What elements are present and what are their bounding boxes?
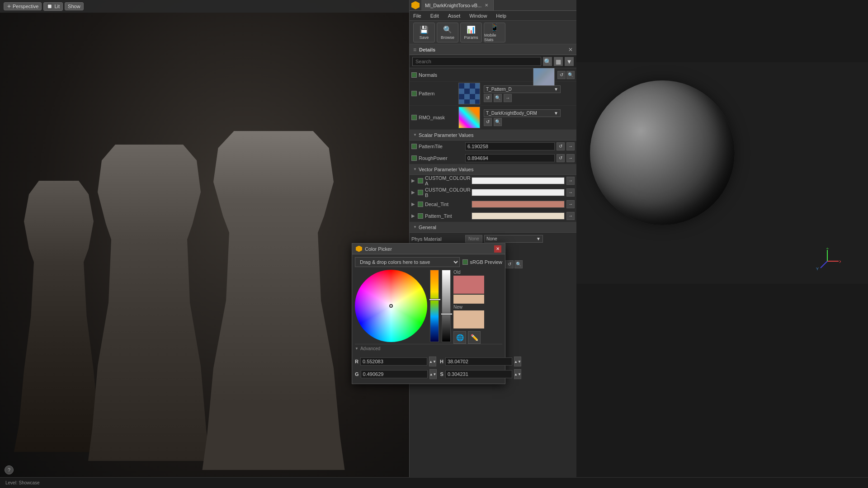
rmo-reset-button[interactable]: ↺ bbox=[484, 118, 492, 126]
pattern-tint-nav[interactable]: → bbox=[566, 212, 575, 220]
decal-tint-checkbox[interactable] bbox=[418, 202, 423, 207]
custom-colour-a-nav[interactable]: → bbox=[566, 177, 575, 185]
cp-advanced-section[interactable]: ▼ Advanced bbox=[355, 344, 502, 353]
rough-power-nav[interactable]: → bbox=[566, 154, 575, 162]
save-button[interactable]: 💾 Save bbox=[413, 23, 435, 42]
g-input[interactable] bbox=[361, 370, 428, 378]
pattern-reset-button[interactable]: ↺ bbox=[484, 94, 492, 102]
picker-button[interactable]: ✏️ bbox=[468, 331, 481, 344]
menu-file[interactable]: File bbox=[411, 12, 423, 19]
scalar-params-header[interactable]: ▼ Scalar Parameter Values bbox=[410, 130, 576, 141]
custom-colour-b-swatch[interactable] bbox=[472, 189, 565, 196]
vector-params-header[interactable]: ▼ Vector Parameter Values bbox=[410, 164, 576, 175]
browse-button[interactable]: 🔍 Browse bbox=[437, 23, 458, 42]
rmo-texture-right: T_DarkKnightBody_ORM ▼ ↺ 🔍 bbox=[484, 109, 575, 126]
pattern-label: Pattern bbox=[419, 91, 455, 96]
material-reset-button[interactable]: ↺ bbox=[505, 260, 514, 268]
search-button[interactable]: 🔍 bbox=[543, 57, 552, 66]
pattern-tile-reset[interactable]: ↺ bbox=[557, 142, 565, 150]
pattern-tint-swatch[interactable] bbox=[472, 212, 565, 220]
g-label: G bbox=[355, 371, 359, 377]
material-action-buttons: ↺ 🔍 bbox=[505, 260, 523, 268]
lit-label: Lit bbox=[54, 4, 60, 9]
custom-colour-b-nav[interactable]: → bbox=[566, 188, 575, 197]
left-viewport[interactable]: Perspective 🔲 Lit Show ? bbox=[0, 0, 409, 488]
rmo-checkbox[interactable] bbox=[411, 115, 417, 120]
brightness-slider[interactable] bbox=[442, 270, 451, 342]
pattern-tint-checkbox[interactable] bbox=[418, 213, 423, 219]
material-sphere bbox=[590, 80, 735, 225]
mobile-stats-icon: 📱 bbox=[490, 23, 499, 32]
s-input[interactable] bbox=[445, 370, 512, 378]
help-button[interactable]: ? bbox=[5, 465, 14, 474]
tab-close-button[interactable]: ✕ bbox=[483, 2, 490, 9]
custom-colour-a-checkbox[interactable] bbox=[418, 178, 423, 183]
general-header[interactable]: ▼ General bbox=[410, 222, 576, 233]
cp-main-area: Old New 🌐 ✏️ bbox=[355, 270, 502, 344]
menu-asset[interactable]: Asset bbox=[446, 12, 462, 19]
save-icon: 💾 bbox=[420, 25, 429, 34]
pattern-tile-label: PatternTile bbox=[419, 144, 443, 149]
general-collapse-arrow: ▼ bbox=[413, 225, 417, 229]
mobile-stats-button[interactable]: 📱 Mobile Stats bbox=[484, 23, 505, 42]
material-search-button[interactable]: 🔍 bbox=[514, 260, 523, 268]
pattern-nav-button[interactable]: → bbox=[504, 94, 512, 102]
cp-preset-dropdown[interactable]: Drag & drop colors here to save bbox=[355, 257, 460, 267]
show-button[interactable]: Show bbox=[65, 2, 84, 10]
pattern-texture-dropdown[interactable]: T_Pattern_D ▼ bbox=[484, 85, 561, 93]
pattern-tile-input[interactable] bbox=[465, 142, 555, 150]
menu-window[interactable]: Window bbox=[467, 12, 489, 19]
color-picker-close-button[interactable]: ✕ bbox=[494, 245, 501, 253]
cp-srgb-checkbox[interactable] bbox=[462, 259, 468, 265]
normals-checkbox[interactable] bbox=[411, 72, 417, 78]
eyedropper-button[interactable]: 🌐 bbox=[453, 331, 466, 344]
h-input-arrow[interactable]: ▲▼ bbox=[514, 357, 521, 366]
decal-tint-nav[interactable]: → bbox=[566, 200, 575, 208]
color-wheel[interactable] bbox=[355, 270, 427, 342]
phys-material-dropdown[interactable]: None ▼ bbox=[484, 235, 543, 243]
rmo-texture-name: T_DarkKnightBody_ORM bbox=[486, 111, 537, 116]
perspective-button[interactable]: Perspective bbox=[4, 2, 42, 10]
old-label: Old bbox=[453, 270, 484, 275]
material-tab[interactable]: MI_DarkKnightTorso-vB... ✕ bbox=[421, 0, 494, 10]
rough-power-checkbox[interactable] bbox=[411, 155, 417, 161]
h-input[interactable] bbox=[445, 357, 512, 366]
params-button[interactable]: 📊 Params bbox=[460, 23, 482, 42]
search-input[interactable] bbox=[412, 57, 541, 66]
rmo-dropdown-arrow: ▼ bbox=[554, 111, 558, 116]
g-input-arrow[interactable]: ▲▼ bbox=[429, 369, 437, 379]
color-wheel-container[interactable] bbox=[355, 270, 427, 342]
filter-button[interactable]: ▼ bbox=[565, 57, 574, 66]
pattern-tile-checkbox[interactable] bbox=[411, 144, 417, 149]
rmo-search-button[interactable]: 🔍 bbox=[494, 118, 502, 126]
decal-tint-swatch[interactable] bbox=[472, 201, 565, 208]
menu-help[interactable]: Help bbox=[494, 12, 508, 19]
old-color-swatch bbox=[453, 276, 484, 294]
browse-label: Browse bbox=[441, 35, 454, 40]
vector-collapse-arrow: ▼ bbox=[413, 167, 417, 171]
r-input-arrow[interactable]: ▲▼ bbox=[429, 357, 436, 366]
custom-colour-a-swatch[interactable] bbox=[472, 177, 565, 184]
phys-dropdown-value: None bbox=[486, 236, 497, 241]
menu-edit[interactable]: Edit bbox=[429, 12, 441, 19]
normals-search-button[interactable]: 🔍 bbox=[566, 71, 575, 79]
pattern-tile-nav[interactable]: → bbox=[566, 142, 575, 150]
r-input[interactable] bbox=[360, 357, 427, 366]
s-input-arrow[interactable]: ▲▼ bbox=[514, 369, 521, 379]
details-title: Details bbox=[419, 47, 435, 52]
pattern-checkbox[interactable] bbox=[411, 91, 417, 96]
hue-slider[interactable] bbox=[430, 270, 439, 342]
details-close-button[interactable]: ✕ bbox=[568, 47, 573, 53]
grid-view-button[interactable]: ▦ bbox=[554, 57, 563, 66]
lit-button[interactable]: 🔲 Lit bbox=[43, 2, 63, 11]
custom-colour-b-checkbox[interactable] bbox=[418, 190, 423, 195]
normals-reset-button[interactable]: ↺ bbox=[557, 71, 566, 79]
lit-icon: 🔲 bbox=[47, 4, 53, 9]
cp-inputs: R ▲▼ H ▲▼ G ▲▼ S ▲▼ bbox=[355, 356, 502, 380]
knight-figure-center bbox=[81, 145, 217, 461]
rmo-texture-dropdown[interactable]: T_DarkKnightBody_ORM ▼ bbox=[484, 109, 561, 117]
rough-power-reset[interactable]: ↺ bbox=[557, 154, 565, 162]
pattern-search-button[interactable]: 🔍 bbox=[494, 94, 502, 102]
r-label: R bbox=[355, 359, 359, 364]
rough-power-input[interactable] bbox=[465, 154, 555, 162]
